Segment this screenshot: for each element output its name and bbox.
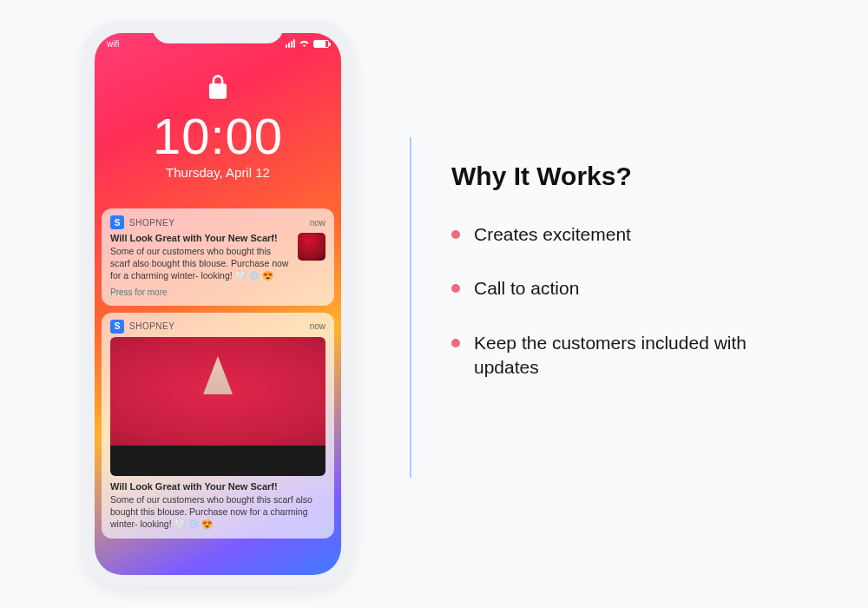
app-name: SHOPNEY	[129, 321, 174, 331]
notification-time: now	[310, 321, 326, 331]
notification-card[interactable]: S SHOPNEY now Will Look Great with Your …	[102, 208, 334, 306]
bullet-dot-icon	[451, 284, 460, 293]
notification-card[interactable]: S SHOPNEY now Will Look Great with Your …	[102, 313, 334, 539]
notification-list: S SHOPNEY now Will Look Great with Your …	[102, 208, 334, 539]
phone-mockup: wifi 10:00 Thursday, April 12	[82, 21, 353, 587]
bullet-dot-icon	[451, 230, 460, 239]
bullet-text: Call to action	[474, 276, 579, 301]
status-right	[286, 38, 329, 49]
bullet-text: Keep the customers included with updates	[474, 331, 799, 380]
notification-body: Some of our customers who bought this sc…	[110, 493, 326, 531]
list-item: Call to action	[451, 276, 799, 301]
notification-body: Some of our customers who bought this sc…	[110, 245, 291, 282]
vertical-divider	[410, 137, 411, 478]
bullet-dot-icon	[451, 339, 460, 347]
phone-screen: wifi 10:00 Thursday, April 12	[95, 33, 341, 575]
phone-notch	[153, 21, 283, 43]
notification-hero-image	[110, 337, 326, 476]
section-heading: Why It Works?	[451, 162, 799, 191]
list-item: Creates excitement	[451, 222, 799, 247]
press-for-more[interactable]: Press for more	[110, 287, 326, 297]
lock-time: 10:00	[95, 111, 341, 162]
phone-frame: wifi 10:00 Thursday, April 12	[82, 21, 353, 587]
cellular-icon	[286, 39, 295, 48]
app-name: SHOPNEY	[129, 218, 174, 228]
notification-thumbnail	[298, 233, 326, 261]
bullet-list: Creates excitement Call to action Keep t…	[451, 222, 799, 380]
battery-icon	[313, 40, 329, 48]
bullet-text: Creates excitement	[474, 222, 631, 247]
notification-title: Will Look Great with Your New Scarf!	[110, 481, 326, 492]
app-icon: S	[110, 320, 124, 334]
wifi-icon	[299, 38, 310, 49]
notification-time: now	[310, 218, 326, 228]
list-item: Keep the customers included with updates	[451, 331, 799, 380]
info-panel: Why It Works? Creates excitement Call to…	[451, 162, 799, 409]
lock-screen-header: 10:00 Thursday, April 12	[95, 33, 341, 180]
lock-icon	[208, 75, 227, 99]
status-left: wifi	[107, 39, 119, 49]
notification-title: Will Look Great with Your New Scarf!	[110, 233, 291, 243]
app-icon: S	[110, 215, 124, 229]
lock-date: Thursday, April 12	[95, 165, 341, 180]
